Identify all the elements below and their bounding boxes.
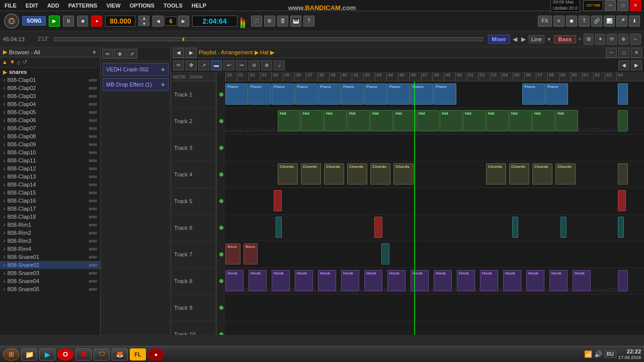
clip-8-16[interactable] xyxy=(618,270,628,291)
clip-6-4[interactable] xyxy=(618,217,624,238)
clip-8-10[interactable]: Hook xyxy=(457,270,475,291)
clip-8-11[interactable]: Hook xyxy=(480,270,498,291)
ruler-mark-63[interactable]: 63 xyxy=(605,72,611,81)
clip-2-1[interactable]: Hat xyxy=(301,110,324,131)
tray-volume-icon[interactable]: 🔊 xyxy=(594,350,602,358)
browser-item-808-clap05[interactable]: ♪ 808-Clap05 .wav xyxy=(0,108,100,116)
clip-4-0[interactable]: Chords xyxy=(278,163,298,185)
clip-5-0[interactable] xyxy=(274,190,282,211)
browser-folder-snares[interactable]: ▶ snares xyxy=(0,68,100,76)
clip-4-1[interactable]: Chords xyxy=(301,163,321,185)
browser-item-808-clap06[interactable]: ♪ 808-Clap06 .wav xyxy=(0,116,100,124)
arr-tool-paint[interactable]: ▬ xyxy=(211,60,222,70)
ruler-mark-52[interactable]: 52 xyxy=(478,72,485,81)
clip-8-3[interactable]: Hook xyxy=(295,270,313,291)
browser-item-808-clap12[interactable]: ♪ 808-Clap12 .wav xyxy=(0,164,100,172)
clip-4-4[interactable]: Chords xyxy=(370,163,390,185)
browser-item-808-snare04[interactable]: ♪ 808-Snare04 .wav xyxy=(0,277,100,285)
browser-item-808-clap10[interactable]: ♪ 808-Clap10 .wav xyxy=(0,148,100,156)
bpm-up-btn[interactable]: ▲ xyxy=(138,16,149,21)
menu-tools[interactable]: TOOLS xyxy=(162,2,184,10)
vol-knob-3[interactable] xyxy=(217,135,225,161)
menu-view[interactable]: VIEW xyxy=(105,2,122,10)
instrument-add-btn[interactable]: + xyxy=(161,80,165,88)
browser-item-808-clap01[interactable]: ♪ 808-Clap01 .wav xyxy=(0,76,100,84)
cpu-vis-btn[interactable]: 📊 xyxy=(604,16,615,27)
ruler-mark-33[interactable]: 33 xyxy=(260,72,267,81)
browser-item-808-snare02[interactable]: ♪ 808-Snare02 .wav xyxy=(0,261,100,269)
clip-2-2[interactable]: Hat xyxy=(324,110,347,131)
instrument-item-1[interactable]: MB Drop Effect (1) + xyxy=(103,78,169,91)
browser-item-808-snare05[interactable]: ♪ 808-Snare05 .wav xyxy=(0,285,100,293)
ruler-mark-57[interactable]: 57 xyxy=(536,72,542,81)
menu-patterns[interactable]: PATTERNS xyxy=(67,2,99,10)
browser-item-808-clap09[interactable]: ♪ 808-Clap09 .wav xyxy=(0,140,100,148)
clip-8-1[interactable]: Hook xyxy=(249,270,267,291)
taskbar-mediaplayer[interactable]: ▶ xyxy=(39,348,55,360)
track-row-3[interactable] xyxy=(225,135,644,161)
link-btn[interactable]: 🔗 xyxy=(591,16,602,27)
taskbar-bandicam[interactable]: ● xyxy=(148,348,164,360)
metronome-btn[interactable]: 🎵 xyxy=(251,16,262,27)
vol-knob-9[interactable] xyxy=(217,295,225,321)
ruler-mark-48[interactable]: 48 xyxy=(432,72,439,81)
clip-7-2[interactable] xyxy=(381,243,389,264)
ruler-mark-54[interactable]: 54 xyxy=(502,72,508,81)
minimize-btn[interactable]: ─ xyxy=(605,0,616,11)
ruler-mark-55[interactable]: 55 xyxy=(513,72,519,81)
timeline-area[interactable]: 3031323334353637383940414243444546474849… xyxy=(225,72,644,335)
ruler-mark-31[interactable]: 31 xyxy=(237,72,244,81)
ruler-mark-47[interactable]: 47 xyxy=(421,72,428,81)
clip-1-3[interactable]: Piano xyxy=(295,83,317,105)
clip-2-10[interactable]: Hat xyxy=(509,110,532,131)
browser-item-808-clap11[interactable]: ♪ 808-Clap11 .wav xyxy=(0,156,100,164)
ruler-mark-44[interactable]: 44 xyxy=(386,72,393,81)
clip-8-0[interactable]: Hook xyxy=(225,270,244,291)
instrument-add-btn[interactable]: + xyxy=(161,65,165,73)
arr-min-btn[interactable]: ─ xyxy=(606,48,617,58)
clip-2-3[interactable]: Hat xyxy=(347,110,370,131)
arr-prev-btn[interactable]: ◀ xyxy=(173,48,184,58)
pattern-prev-btn[interactable]: ◀ xyxy=(152,16,164,27)
taskbar-flstudio[interactable]: FL xyxy=(130,348,146,360)
clip-8-14[interactable]: Hook xyxy=(549,270,568,291)
arr-redo-btn[interactable]: ↪ xyxy=(236,60,247,70)
clip-8-15[interactable]: Hook xyxy=(573,270,591,291)
arr-tool-select[interactable]: ✥ xyxy=(186,60,197,70)
clip-1-9[interactable]: Piano xyxy=(434,83,456,105)
nav-up-btn[interactable]: ▲ xyxy=(2,59,8,66)
track-row-1[interactable]: PianoPianoPianoPianoPianoPianoPianoPiano… xyxy=(225,81,644,108)
rec-btn2[interactable]: ⏺ xyxy=(566,16,577,27)
clip-2-6[interactable]: Hat xyxy=(417,110,439,131)
nav-home-btn[interactable]: ⌂ xyxy=(17,59,21,66)
ruler-mark-41[interactable]: 41 xyxy=(352,72,358,81)
tool4-btn[interactable]: ⊕ xyxy=(618,34,628,45)
mixer-btn[interactable]: 🎛 xyxy=(277,16,288,27)
taskbar-security[interactable]: 🛡 xyxy=(94,348,110,360)
ruler-mark-51[interactable]: 51 xyxy=(467,72,473,81)
bass-add-btn[interactable]: + xyxy=(578,36,582,43)
browser-item-808-rim1[interactable]: ♪ 808-Rim1 .wav xyxy=(0,221,100,229)
track-row-2[interactable]: HatHatHatHatHatHatHatHatHatHatHatHatHat xyxy=(225,108,644,135)
browser-item-808-clap14[interactable]: ♪ 808-Clap14 .wav xyxy=(0,180,100,189)
clip-8-4[interactable]: Hook xyxy=(318,270,336,291)
clip-4-10[interactable] xyxy=(618,163,628,185)
browser-item-808-clap13[interactable]: ♪ 808-Clap13 .wav xyxy=(0,172,100,180)
browser-expand-btn[interactable]: ▼ xyxy=(92,49,97,55)
clip-6-2[interactable] xyxy=(512,217,518,238)
clip-2-7[interactable]: Hat xyxy=(440,110,462,131)
ch-btn[interactable]: ≡ xyxy=(553,16,565,27)
clip-2-12[interactable]: Hat xyxy=(555,110,578,131)
tool5-btn[interactable]: ↔ xyxy=(630,34,641,45)
tray-lang[interactable]: RU xyxy=(604,350,616,358)
track-row-4[interactable]: ChordsChordsChordsChordsChordsChordsChor… xyxy=(225,161,644,188)
clip-1-2[interactable]: Piano xyxy=(272,83,294,105)
arrow-left-btn[interactable]: ◀ xyxy=(512,36,518,43)
fx-btn[interactable]: FX xyxy=(538,16,552,27)
ruler-mark-64[interactable]: 64 xyxy=(616,72,623,81)
clip-8-8[interactable]: Hook xyxy=(411,270,429,291)
clip-1-5[interactable]: Piano xyxy=(341,83,364,105)
inst-draw-btn[interactable]: ✏ xyxy=(102,49,113,59)
track-row-6[interactable] xyxy=(225,215,644,241)
clip-4-6[interactable]: Chords xyxy=(486,163,506,185)
